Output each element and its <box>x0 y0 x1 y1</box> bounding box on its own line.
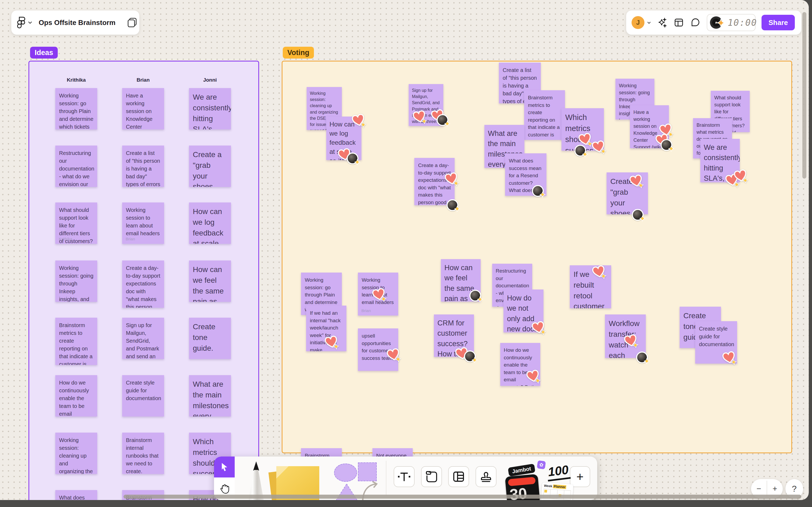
sticky-note[interactable]: Create a day-to-day support expectations… <box>414 158 455 205</box>
avatar-sticker[interactable] <box>660 139 673 151</box>
add-tool-button[interactable]: + <box>570 466 590 487</box>
heart-sticker[interactable] <box>592 266 606 279</box>
sticky-note[interactable]: How do we continuously enable the team t… <box>500 343 540 386</box>
note-author: Brian <box>361 308 371 313</box>
sticky-note[interactable]: Sign up for Mailgun, SendGrid, and Postm… <box>122 318 164 359</box>
section-tool-button[interactable] <box>421 466 442 487</box>
sparkle-icon <box>539 191 545 198</box>
sticky-note[interactable]: Working session: cleaning up and organiz… <box>55 433 97 474</box>
widget-stickers[interactable]: Jambot ✿ 30 100 Week Planner <box>506 460 571 500</box>
sticky-note[interactable]: upsell opportunities for customer succes… <box>358 328 398 371</box>
heart-sticker[interactable] <box>722 352 737 365</box>
heart-sticker[interactable] <box>624 335 638 348</box>
stamp-tool-button[interactable] <box>475 466 497 487</box>
file-title[interactable]: Ops Offsite Brainstorm <box>39 18 115 27</box>
chevron-down-icon[interactable] <box>647 21 651 24</box>
sticky-note[interactable]: What are the main milestones every Resen… <box>189 375 231 416</box>
sticky-note[interactable]: Sign up for Mailgun, SendGrid, and Postm… <box>409 84 443 126</box>
sticky-note[interactable]: Brainstorm metrics to create reporting o… <box>524 90 565 140</box>
vertical-scrollbar[interactable] <box>802 12 806 179</box>
heart-sticker[interactable] <box>413 111 427 124</box>
heart-sticker[interactable] <box>445 173 459 186</box>
duplicate-icon[interactable] <box>127 17 137 28</box>
sticky-note[interactable]: How can we feel the same pain as custome… <box>441 259 481 301</box>
horizontal-scrollbar[interactable] <box>123 495 801 499</box>
ellipse-shape-tool[interactable] <box>334 463 357 482</box>
heart-sticker[interactable] <box>372 289 387 302</box>
sticky-note[interactable]: If we had an internal "hack week/launch … <box>306 305 346 351</box>
score-widget[interactable]: 100 <box>546 462 571 482</box>
sticky-note[interactable]: How can we feel the same pain as custome… <box>189 261 231 302</box>
heart-sticker[interactable] <box>387 349 401 362</box>
avatar-sticker[interactable] <box>632 209 644 221</box>
note-author: Krithika <box>59 237 72 241</box>
avatar-sticker[interactable] <box>574 145 586 157</box>
sticky-note[interactable]: Have a working session on Knowledge Cent… <box>122 88 164 129</box>
sticky-note[interactable]: How can we log feedback at scale so its … <box>189 203 231 244</box>
heart-sticker[interactable] <box>527 370 540 384</box>
sparkle-icon <box>632 342 639 348</box>
sticky-note[interactable]: Which metrics should success care about … <box>562 108 604 151</box>
sticky-note[interactable]: Create style guide for documentation <box>695 321 737 363</box>
text-tool-button[interactable] <box>394 466 415 487</box>
sticky-note[interactable]: What does success mean for a Resend cust… <box>505 153 546 196</box>
sticky-note[interactable]: How can we log feedback at scale so its … <box>326 117 361 160</box>
ideas-section-label[interactable]: Ideas <box>30 47 58 59</box>
ai-sparkle-icon[interactable] <box>657 17 668 28</box>
voting-section-label[interactable]: Voting <box>283 47 314 59</box>
sparkle-icon <box>333 343 339 350</box>
sticky-note[interactable]: Workflow transfer: watch each other use … <box>605 315 646 358</box>
heart-sticker[interactable] <box>734 170 748 183</box>
avatar-sticker[interactable] <box>347 153 358 164</box>
sticky-note[interactable]: Create style guide for documentation <box>122 375 164 416</box>
sparkle-icon <box>381 296 387 302</box>
sticky-note[interactable]: Working session: going through Inkeep in… <box>55 261 97 302</box>
sticky-note[interactable]: How do we continuously enable the team t… <box>55 375 97 416</box>
avatar-sticker[interactable] <box>532 185 544 197</box>
sticky-note[interactable]: Working session to learn about email hea… <box>358 273 398 316</box>
sticky-note[interactable]: What does success mean for a Resend cust… <box>55 490 97 500</box>
avatar-sticker[interactable] <box>469 290 481 301</box>
sticky-note[interactable]: Brainstorm metrics to create reporting o… <box>55 318 97 365</box>
sticky-note[interactable]: What should support look like for differ… <box>55 203 97 244</box>
sparkle-icon <box>395 356 401 362</box>
sticky-note[interactable]: Create a list of "this person is having … <box>122 146 164 187</box>
sticky-note[interactable]: We are consistently hitting SLA's, how c… <box>700 139 740 182</box>
heart-sticker[interactable] <box>592 141 606 154</box>
avatar-sticker[interactable] <box>464 350 476 362</box>
music-timer-widget[interactable]: ♪ 10:00 <box>707 14 756 31</box>
heart-sticker[interactable] <box>325 336 339 350</box>
heart-sticker[interactable] <box>532 322 546 335</box>
avatar-sticker[interactable] <box>437 114 449 126</box>
table-tool-button[interactable] <box>448 466 469 487</box>
sticky-note[interactable]: Brainstorm internal runbooks that we nee… <box>122 433 164 474</box>
share-button[interactable]: Share <box>761 15 795 30</box>
sticky-note[interactable]: Create a "grab your shoes and run" model… <box>606 172 648 214</box>
sparkle-icon <box>360 122 366 128</box>
sticky-note[interactable]: Have a working session on Knowledge Cent… <box>630 105 669 148</box>
sticky-note[interactable]: CRM for customer success? How to track m… <box>434 315 474 357</box>
sticky-note[interactable]: Restructuring our documentation - what d… <box>55 146 97 187</box>
sticky-note[interactable]: If we rebuilt retool customer view today… <box>570 265 611 308</box>
avatar-sticker[interactable] <box>447 199 458 211</box>
avatar[interactable]: J <box>632 16 644 29</box>
sticky-note[interactable]: Create a "grab your shoes and run" model… <box>189 146 231 187</box>
select-tool-button[interactable] <box>214 456 235 477</box>
avatar-sticker[interactable] <box>636 351 648 363</box>
chevron-down-icon[interactable] <box>28 21 32 24</box>
sticky-note[interactable]: Working session: go through Plain and de… <box>55 88 97 129</box>
square-shape-tool[interactable] <box>358 462 377 481</box>
sticky-note[interactable]: Create tone guide. <box>189 318 231 359</box>
figma-logo-icon[interactable] <box>17 17 25 29</box>
sticky-note[interactable]: Working session to learn about email hea… <box>122 203 164 244</box>
templates-icon[interactable] <box>674 17 684 28</box>
sticky-note[interactable]: Create a day-to-day support expectations… <box>122 261 164 308</box>
marker-tool[interactable] <box>246 461 267 500</box>
sticky-note[interactable]: We are consistently hitting SLA's, how c… <box>189 88 231 129</box>
sticky-note[interactable]: How do we not only add new docs pages, b… <box>504 289 543 332</box>
heart-sticker[interactable] <box>630 175 644 188</box>
sparkle-icon <box>535 378 541 384</box>
chat-icon[interactable] <box>690 17 701 28</box>
column-header: Brian <box>122 77 164 83</box>
heart-sticker[interactable] <box>352 114 366 128</box>
